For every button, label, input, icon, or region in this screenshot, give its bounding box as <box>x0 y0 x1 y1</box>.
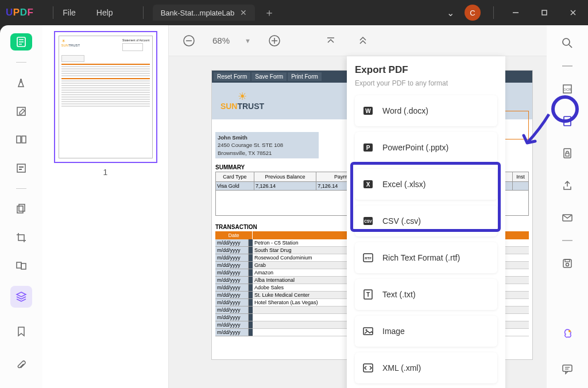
bookmark-button[interactable] <box>10 320 32 342</box>
app-logo: UPDF <box>6 7 33 18</box>
export-ppt-button[interactable]: P PowerPoint (.pptx) <box>355 132 497 163</box>
export-excel-button[interactable]: X Excel (.xlsx) <box>355 169 497 200</box>
svg-rect-15 <box>19 204 25 211</box>
window-close-button[interactable] <box>564 4 582 21</box>
comment-button[interactable] <box>558 359 577 379</box>
menu-file[interactable]: File <box>63 8 76 17</box>
share-button[interactable] <box>558 176 577 195</box>
highlight-tool-button[interactable] <box>10 74 32 91</box>
window-minimize-button[interactable] <box>506 4 525 21</box>
svg-text:P: P <box>366 145 370 151</box>
svg-rect-10 <box>22 136 26 143</box>
txt-icon: T <box>362 288 374 301</box>
protect-button[interactable] <box>558 143 577 163</box>
export-image-button[interactable]: Image <box>355 316 497 347</box>
customer-address: John Smith 2450 Courage St. STE 108 Brow… <box>215 132 319 158</box>
menu-help[interactable]: Help <box>96 8 113 17</box>
zoom-in-button[interactable] <box>266 32 283 49</box>
image-icon <box>362 325 374 337</box>
tab-title: Bank-Stat...mplateLab <box>161 9 235 17</box>
doc-print-button[interactable]: Print Form <box>288 72 322 81</box>
export-title: Export PDF <box>355 64 497 76</box>
ppt-icon: P <box>362 141 374 154</box>
export-pdf-panel: Export PDF Export your PDF to any format… <box>347 56 505 388</box>
compare-button[interactable] <box>10 257 32 274</box>
svg-rect-13 <box>19 169 22 170</box>
svg-point-50 <box>566 263 569 266</box>
svg-point-52 <box>568 330 571 332</box>
zoom-level: 68% <box>212 36 230 45</box>
tab-dropdown-icon[interactable]: ⌄ <box>447 7 454 18</box>
svg-rect-11 <box>17 164 25 172</box>
zoom-dropdown-icon[interactable]: ▼ <box>245 37 251 44</box>
svg-rect-51 <box>565 259 570 262</box>
window-maximize-button[interactable] <box>535 4 554 21</box>
export-pdf-button[interactable] <box>558 111 577 131</box>
svg-text:W: W <box>365 108 371 114</box>
xml-icon <box>362 362 374 374</box>
search-button[interactable] <box>558 33 577 53</box>
svg-point-37 <box>366 329 368 331</box>
edit-text-button[interactable] <box>10 103 32 120</box>
excel-icon: X <box>362 178 374 191</box>
rtf-icon: RTF <box>362 251 374 264</box>
svg-rect-1 <box>542 10 547 15</box>
tab-add-button[interactable]: ＋ <box>264 6 274 20</box>
word-icon: W <box>362 104 374 117</box>
svg-text:T: T <box>366 292 370 298</box>
export-xml-button[interactable]: XML (.xml) <box>355 352 497 383</box>
svg-text:RTF: RTF <box>365 257 372 260</box>
svg-rect-53 <box>563 365 572 371</box>
read-mode-button[interactable] <box>10 131 32 148</box>
form-tool-button[interactable] <box>10 160 32 177</box>
export-subtitle: Export your PDF to any format <box>355 79 497 87</box>
avatar[interactable]: C <box>465 5 481 21</box>
crop-tool-button[interactable] <box>10 229 32 246</box>
titlebar: UPDF File Help Bank-Stat...mplateLab ✕ ＋… <box>0 0 588 25</box>
export-word-button[interactable]: W Word (.docx) <box>355 95 497 126</box>
svg-point-41 <box>563 38 570 45</box>
email-button[interactable] <box>558 208 577 227</box>
svg-rect-14 <box>17 206 23 213</box>
svg-line-42 <box>569 45 572 48</box>
export-txt-button[interactable]: T Text (.txt) <box>355 279 497 310</box>
right-rail: OCR <box>547 25 588 388</box>
tab-close-icon[interactable]: ✕ <box>240 8 247 17</box>
zoom-out-button[interactable] <box>180 32 198 49</box>
layers-button[interactable] <box>10 286 32 308</box>
attachment-button[interactable] <box>10 355 32 377</box>
doc-save-button[interactable]: Save Form <box>252 72 287 81</box>
export-rtf-button[interactable]: RTF Rich Text Format (.rtf) <box>355 242 497 273</box>
scroll-top-button[interactable] <box>322 32 339 49</box>
svg-rect-9 <box>17 136 21 143</box>
svg-rect-47 <box>566 153 569 156</box>
thumbnails-button[interactable] <box>10 33 32 51</box>
organize-pages-button[interactable] <box>10 200 32 218</box>
page-thumbnail[interactable]: ☀SUNTRUST Statement of Account <box>54 31 157 163</box>
ai-assistant-button[interactable] <box>558 324 577 343</box>
export-csv-button[interactable]: CSV CSV (.csv) <box>355 205 497 236</box>
svg-text:CSV: CSV <box>364 219 372 223</box>
ocr-button[interactable]: OCR <box>558 79 577 99</box>
svg-rect-17 <box>21 263 26 269</box>
doc-reset-button[interactable]: Reset Form <box>214 72 250 81</box>
csv-icon: CSV <box>362 215 374 227</box>
svg-rect-16 <box>17 262 21 268</box>
save-button[interactable] <box>558 254 577 273</box>
scroll-up-button[interactable] <box>354 32 372 49</box>
document-area: 68% ▼ Reset Form Save Form Print Form <box>169 25 547 388</box>
bank-logo: ☀ SUNTRUST <box>216 86 268 116</box>
page-number-label: 1 <box>103 168 108 177</box>
svg-rect-12 <box>19 166 24 168</box>
svg-text:OCR: OCR <box>563 88 571 91</box>
svg-text:X: X <box>366 181 370 188</box>
thumbnail-panel: ☀SUNTRUST Statement of Account 1 <box>42 25 169 388</box>
document-tab[interactable]: Bank-Stat...mplateLab ✕ <box>153 5 256 21</box>
zoom-toolbar: 68% ▼ <box>169 25 547 56</box>
left-rail <box>0 25 42 388</box>
